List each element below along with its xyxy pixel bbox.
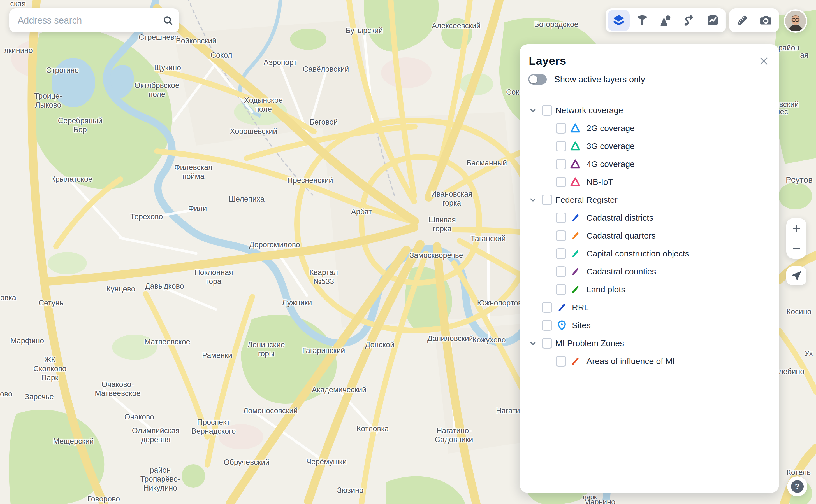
poi-button[interactable]	[655, 10, 677, 31]
close-button[interactable]	[758, 55, 770, 67]
layer-row[interactable]: RRL	[520, 298, 779, 316]
help-button[interactable]: ?	[787, 476, 807, 496]
layer-checkbox[interactable]	[542, 302, 552, 313]
map-label: Таганский	[471, 234, 506, 243]
filter-button[interactable]	[631, 10, 653, 31]
map-label: Нагатино- Садовники	[435, 426, 473, 444]
user-avatar[interactable]	[784, 9, 807, 33]
zoom-in-button[interactable]: +	[786, 218, 806, 239]
question-icon: ?	[791, 480, 804, 493]
layer-row[interactable]: Cadastral districts	[520, 209, 779, 227]
map-label: Ивановская горка	[431, 190, 472, 208]
locate-button[interactable]	[786, 266, 806, 285]
layer-row[interactable]: 4G coverage	[520, 155, 779, 173]
layer-row[interactable]: Network coverage	[520, 101, 779, 119]
address-search-input[interactable]	[9, 8, 156, 32]
layer-checkbox[interactable]	[542, 105, 552, 116]
layer-checkbox[interactable]	[556, 266, 566, 277]
zoom-out-button[interactable]: −	[786, 239, 806, 259]
layer-checkbox[interactable]	[556, 177, 566, 187]
map-label: Щукино	[154, 64, 181, 73]
filter-icon	[636, 14, 649, 27]
layer-row[interactable]: 3G coverage	[520, 137, 779, 155]
layer-row[interactable]: Land plots	[520, 281, 779, 298]
layer-label: Capital construction objects	[586, 249, 689, 258]
layer-row[interactable]: Cadastral quarters	[520, 227, 779, 245]
layer-checkbox[interactable]	[542, 195, 552, 205]
layer-checkbox[interactable]	[556, 213, 566, 223]
map-label: Дорогомилово	[249, 241, 300, 249]
layer-row[interactable]: Areas of influence of MI	[520, 352, 779, 370]
ruler-button[interactable]	[731, 10, 753, 31]
close-icon	[758, 55, 770, 67]
layer-tree: Network coverage2G coverage3G coverage4G…	[520, 96, 779, 370]
line-icon	[570, 356, 581, 367]
chevron-down-icon[interactable]	[528, 106, 538, 115]
triangle-icon	[570, 123, 581, 134]
layer-row[interactable]: 2G coverage	[520, 119, 779, 137]
panel-title: Layers	[529, 54, 566, 67]
layer-row[interactable]: Federal Register	[520, 191, 779, 209]
layer-checkbox[interactable]	[556, 248, 566, 259]
map-label: Бутырский	[346, 26, 383, 35]
layer-checkbox[interactable]	[542, 338, 552, 349]
layer-label: 4G coverage	[586, 159, 635, 169]
map-label: Косино	[786, 307, 811, 316]
map-label: Проспект Вернадского	[191, 418, 236, 436]
toggle-label: Show active layers only	[554, 74, 645, 85]
map-label: Гагаринский	[302, 346, 345, 355]
layer-checkbox[interactable]	[556, 230, 566, 241]
camera-button[interactable]	[755, 10, 777, 31]
layer-checkbox[interactable]	[556, 141, 566, 151]
map-label: район Тропарёво- Никулино	[140, 466, 180, 493]
layer-label: NB-IoT	[586, 177, 613, 187]
camera-icon	[759, 14, 772, 27]
map-label: Лужники	[282, 298, 312, 307]
poi-icon	[659, 14, 672, 27]
layers-button[interactable]	[608, 10, 630, 31]
map-label: Богородское	[534, 20, 578, 29]
layer-checkbox[interactable]	[556, 159, 566, 169]
chevron-down-icon[interactable]	[528, 339, 538, 348]
map-label: хлебино	[775, 367, 804, 376]
chart-button[interactable]	[702, 10, 724, 31]
route-button[interactable]	[679, 10, 700, 31]
map-label: Котель	[787, 468, 811, 477]
map-label: Котловка	[357, 424, 389, 433]
map-label: Ходынское поле	[244, 96, 283, 114]
map-label: Ломоносовский	[243, 407, 298, 416]
layer-row[interactable]: NB-IoT	[520, 173, 779, 191]
map-label: Швивая горка	[428, 216, 456, 234]
layer-label: Network coverage	[555, 106, 623, 115]
layer-label: Cadastral districts	[586, 213, 653, 223]
search-button[interactable]	[156, 8, 179, 32]
layer-row[interactable]: Sites	[520, 316, 779, 334]
layer-row[interactable]: Capital construction objects	[520, 245, 779, 263]
chevron-down-icon[interactable]	[528, 195, 538, 205]
map-label: Беговой	[309, 118, 338, 127]
layer-checkbox[interactable]	[556, 284, 566, 295]
layer-label: Land plots	[586, 285, 625, 294]
map-label: ая	[800, 51, 808, 60]
layer-label: Sites	[572, 321, 591, 330]
layer-row[interactable]: MI Problem Zones	[520, 334, 779, 352]
map-label: Войковский	[176, 37, 217, 46]
layer-row[interactable]: Cadastral counties	[520, 263, 779, 281]
measure-toolbar	[729, 8, 779, 32]
layer-checkbox[interactable]	[556, 356, 566, 367]
map-label: район	[778, 44, 799, 53]
map-label: Шелепиха	[229, 195, 265, 204]
map-label: Серебряный Бор	[58, 116, 102, 134]
map-label: Матвеевское	[144, 338, 190, 347]
layer-label: Areas of influence of MI	[586, 356, 675, 366]
map-label: Сокол	[211, 51, 232, 60]
map-label: якинино	[4, 46, 32, 55]
map-label: Очаково	[124, 413, 154, 422]
line-icon	[570, 230, 581, 241]
layer-label: Cadastral quarters	[586, 231, 656, 241]
layer-label: 3G coverage	[586, 141, 635, 151]
avatar-photo	[785, 11, 806, 31]
layer-checkbox[interactable]	[542, 320, 552, 331]
layer-checkbox[interactable]	[556, 123, 566, 134]
show-active-toggle[interactable]	[528, 74, 547, 85]
